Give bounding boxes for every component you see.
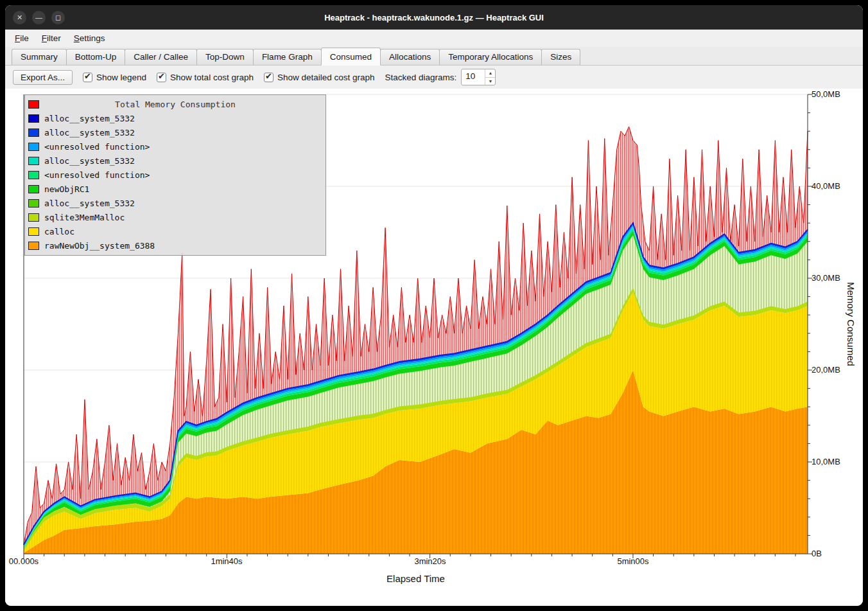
spinner-arrows <box>485 69 495 85</box>
legend-label: rawNewObj__system_6388 <box>44 241 155 251</box>
legend-label: <unresolved function> <box>44 142 150 152</box>
legend-swatch <box>28 227 39 236</box>
legend-swatch <box>28 157 39 165</box>
legend-swatch <box>28 213 39 222</box>
titlebar: ✕ — ◻ Heaptrack - heaptrack.wakunode.1.g… <box>5 5 863 30</box>
legend-item: alloc__system_5332 <box>25 196 326 210</box>
legend-item: <unresolved function> <box>25 168 326 182</box>
checkbox-icon[interactable] <box>157 73 166 82</box>
show-total-cost-checkbox[interactable]: Show total cost graph <box>157 73 254 82</box>
app-window: ✕ — ◻ Heaptrack - heaptrack.wakunode.1.g… <box>5 5 863 606</box>
tabbar: Summary Bottom-Up Caller / Callee Top-Do… <box>5 47 863 66</box>
legend-label: alloc__system_5332 <box>44 156 135 166</box>
legend-swatch <box>28 171 39 179</box>
legend-item: newObjRC1 <box>25 182 326 196</box>
checkbox-label: Show legend <box>96 73 146 82</box>
legend-label: alloc__system_5332 <box>44 199 135 208</box>
tab-consumed[interactable]: Consumed <box>321 48 381 66</box>
tab-allocations[interactable]: Allocations <box>380 49 440 65</box>
menu-filter[interactable]: Filter <box>36 31 67 45</box>
legend-swatch <box>28 143 39 151</box>
legend-title: Total Memory Consumption <box>25 100 326 109</box>
stacked-diagrams-spinner[interactable]: 10 <box>461 69 496 85</box>
menu-file[interactable]: File <box>9 31 35 45</box>
stacked-diagrams-group: Stacked diagrams: 10 <box>385 69 496 85</box>
legend-title-row: Total Memory Consumption <box>25 97 326 111</box>
menubar: File Filter Settings <box>5 30 863 47</box>
legend-swatch-total <box>28 100 39 109</box>
checkbox-icon[interactable] <box>83 73 92 82</box>
tab-sizes[interactable]: Sizes <box>541 49 580 65</box>
legend-swatch <box>28 199 39 208</box>
checkbox-label: Show total cost graph <box>170 73 254 82</box>
legend-swatch <box>28 242 39 250</box>
spin-down-icon[interactable] <box>485 78 495 85</box>
legend-label: calloc <box>44 227 74 236</box>
legend-label: alloc__system_5332 <box>44 114 135 123</box>
tab-summary[interactable]: Summary <box>12 49 67 65</box>
export-as-button[interactable]: Export As... <box>13 70 73 85</box>
legend-label: <unresolved function> <box>44 170 150 180</box>
checkbox-icon[interactable] <box>264 73 273 82</box>
x-tick-label: 3min20s <box>401 556 459 566</box>
tab-temporary-allocations[interactable]: Temporary Allocations <box>439 49 542 65</box>
tab-caller-callee[interactable]: Caller / Callee <box>125 49 197 65</box>
spinner-value[interactable]: 10 <box>462 69 485 85</box>
legend-label: alloc__system_5332 <box>44 128 135 137</box>
legend-swatch <box>28 128 39 137</box>
legend-item: alloc__system_5332 <box>25 111 326 125</box>
x-axis-title: Elapsed Time <box>24 573 808 584</box>
legend-item: alloc__system_5332 <box>25 125 326 139</box>
minimize-icon[interactable]: — <box>32 11 46 24</box>
window-title: Heaptrack - heaptrack.wakunode.1.gz — He… <box>5 13 863 22</box>
spin-up-icon[interactable] <box>485 69 495 78</box>
y-tick-label: 20,0MB <box>812 365 840 375</box>
toolbar: Export As... Show legend Show total cost… <box>5 66 863 89</box>
show-legend-checkbox[interactable]: Show legend <box>83 73 146 82</box>
legend-item: rawNewObj__system_6388 <box>25 238 326 252</box>
x-tick-label: 00.000s <box>5 556 53 566</box>
tab-top-down[interactable]: Top-Down <box>196 49 254 65</box>
legend-item: sqlite3MemMalloc <box>25 210 326 224</box>
y-tick-label: 40,0MB <box>812 181 840 191</box>
legend-swatch <box>28 185 39 193</box>
legend-item: <unresolved function> <box>25 139 326 154</box>
x-tick-label: 5min00s <box>604 556 662 566</box>
stacked-diagrams-label: Stacked diagrams: <box>385 73 457 82</box>
legend-item: alloc__system_5332 <box>25 154 326 168</box>
y-axis-title: Memory Consumed <box>844 94 858 554</box>
y-tick-label: 30,0MB <box>812 273 840 283</box>
menu-settings[interactable]: Settings <box>68 31 111 45</box>
y-tick-label: 0B <box>812 549 822 559</box>
close-icon[interactable]: ✕ <box>13 11 26 24</box>
x-tick-label: 1min40s <box>198 556 256 566</box>
maximize-icon[interactable]: ◻ <box>51 11 65 24</box>
chart-legend: Total Memory Consumption alloc__system_5… <box>24 94 326 256</box>
y-tick-label: 10,0MB <box>812 457 840 467</box>
tab-bottom-up[interactable]: Bottom-Up <box>66 49 126 65</box>
checkbox-label: Show detailed cost graph <box>277 73 375 82</box>
legend-label: newObjRC1 <box>44 184 89 194</box>
y-tick-label: 50,0MB <box>812 89 840 100</box>
chart-area: Total Memory Consumption alloc__system_5… <box>5 89 863 606</box>
window-controls: ✕ — ◻ <box>5 11 65 24</box>
tab-flame-graph[interactable]: Flame Graph <box>253 49 322 65</box>
legend-item: calloc <box>25 224 326 238</box>
legend-swatch <box>28 114 39 123</box>
show-detailed-cost-checkbox[interactable]: Show detailed cost graph <box>264 73 375 82</box>
legend-label: sqlite3MemMalloc <box>44 213 125 222</box>
